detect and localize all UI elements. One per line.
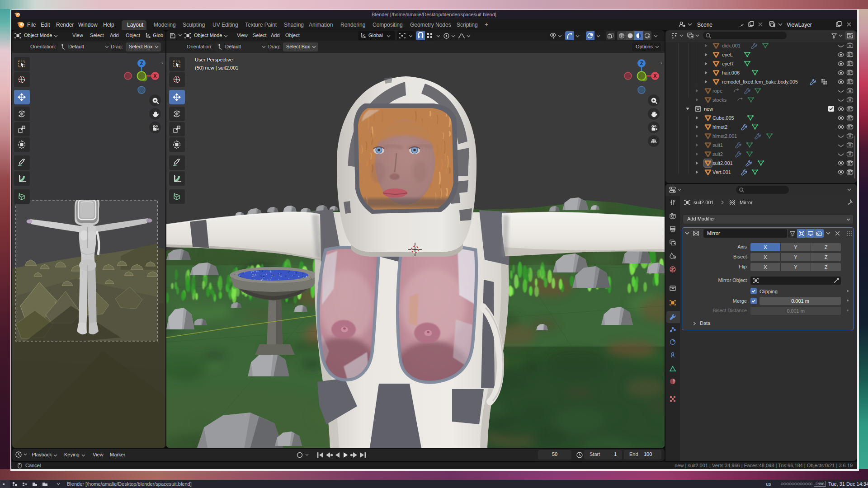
svg-text:Z: Z (640, 61, 643, 66)
svg-text:Z: Z (140, 61, 143, 66)
svg-text:X: X (153, 73, 157, 79)
svg-text:X: X (653, 73, 657, 79)
